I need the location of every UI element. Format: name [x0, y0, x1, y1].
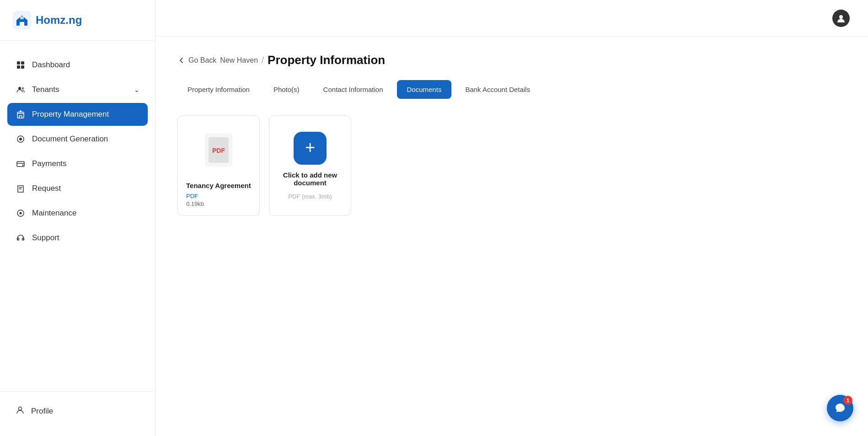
- wallet-icon: [16, 159, 26, 169]
- dashboard-label: Dashboard: [32, 60, 70, 70]
- logo-icon: [13, 11, 31, 29]
- support-label: Support: [32, 233, 59, 242]
- building-icon: [16, 109, 26, 119]
- breadcrumb-city: New Haven: [220, 56, 258, 65]
- user-avatar[interactable]: [832, 10, 850, 27]
- main-content: Go Back New Haven / Property Information…: [155, 0, 868, 436]
- sidebar-item-dashboard[interactable]: Dashboard: [7, 54, 148, 76]
- sidebar-item-document-generation[interactable]: Document Generation: [7, 128, 148, 151]
- document-card[interactable]: PDF Tenancy Agreement PDF 0.19kb: [177, 115, 260, 216]
- svg-rect-4: [17, 65, 20, 69]
- add-document-label: Click to add new document: [278, 171, 343, 187]
- svg-rect-1: [20, 16, 24, 19]
- tab-property-information[interactable]: Property Information: [177, 80, 260, 99]
- svg-point-19: [839, 15, 843, 19]
- svg-point-6: [18, 87, 21, 90]
- payments-label: Payments: [32, 159, 67, 168]
- tabs: Property Information Photo(s) Contact In…: [177, 80, 846, 99]
- sidebar-item-profile[interactable]: Profile: [7, 399, 148, 423]
- svg-point-13: [22, 165, 24, 166]
- maintenance-icon: [16, 208, 26, 218]
- svg-point-9: [20, 110, 21, 112]
- svg-point-11: [19, 138, 22, 140]
- add-document-card[interactable]: + Click to add new document PDF (max. 3m…: [269, 115, 351, 216]
- content-area: Go Back New Haven / Property Information…: [155, 37, 868, 436]
- property-management-label: Property Management: [32, 110, 109, 119]
- request-icon: [16, 183, 26, 194]
- document-size: 0.19kb: [186, 200, 251, 207]
- document-generation-label: Document Generation: [32, 135, 108, 144]
- svg-rect-3: [21, 61, 24, 65]
- breadcrumb-current: Property Information: [268, 53, 385, 67]
- tab-documents[interactable]: Documents: [397, 80, 452, 99]
- tab-photos[interactable]: Photo(s): [263, 80, 310, 99]
- document-name: Tenancy Agreement: [186, 181, 251, 190]
- svg-text:PDF: PDF: [212, 147, 225, 154]
- svg-rect-2: [17, 61, 20, 65]
- add-document-sub: PDF (max. 3mb): [288, 193, 332, 200]
- svg-point-15: [20, 212, 22, 215]
- maintenance-label: Maintenance: [32, 209, 76, 218]
- documents-grid: PDF Tenancy Agreement PDF 0.19kb + Click…: [177, 115, 846, 216]
- go-back-label: Go Back: [188, 56, 216, 65]
- svg-rect-5: [21, 65, 24, 69]
- chat-fab[interactable]: 1: [827, 395, 853, 421]
- document-type: PDF: [186, 193, 251, 199]
- sidebar: Homz.ng Dashboard Tenants ⌄ Property Man…: [0, 0, 155, 436]
- tenants-label: Tenants: [32, 85, 59, 94]
- pdf-file-icon: PDF: [205, 134, 232, 167]
- breadcrumb-separator: /: [262, 55, 264, 65]
- sidebar-item-request[interactable]: Request: [7, 177, 148, 200]
- svg-rect-8: [17, 112, 24, 118]
- svg-point-17: [22, 238, 24, 240]
- topbar: [155, 0, 868, 37]
- profile-icon: [16, 405, 25, 417]
- document-gen-icon: [16, 134, 26, 144]
- svg-point-7: [22, 87, 24, 90]
- chat-badge: 1: [843, 396, 852, 405]
- tab-contact-information[interactable]: Contact Information: [313, 80, 393, 99]
- sidebar-item-property-management[interactable]: Property Management: [7, 103, 148, 126]
- chevron-down-icon: ⌄: [134, 86, 139, 93]
- support-icon: [16, 233, 26, 243]
- brand-name: Homz.ng: [36, 14, 82, 27]
- plus-icon: +: [305, 139, 315, 156]
- profile-label: Profile: [31, 407, 53, 416]
- grid-icon: [16, 60, 26, 70]
- sidebar-item-tenants[interactable]: Tenants ⌄: [7, 78, 148, 101]
- svg-point-18: [19, 407, 22, 410]
- sidebar-nav: Dashboard Tenants ⌄ Property Management …: [0, 41, 155, 391]
- breadcrumb: Go Back New Haven / Property Information: [177, 53, 846, 67]
- tab-bank-account-details[interactable]: Bank Account Details: [455, 80, 540, 99]
- request-label: Request: [32, 184, 61, 193]
- sidebar-item-payments[interactable]: Payments: [7, 152, 148, 175]
- sidebar-item-maintenance[interactable]: Maintenance: [7, 202, 148, 225]
- svg-point-16: [17, 238, 19, 240]
- sidebar-bottom: Profile: [0, 391, 155, 436]
- go-back-button[interactable]: Go Back: [177, 56, 216, 65]
- logo[interactable]: Homz.ng: [0, 0, 155, 41]
- doc-icon-area: PDF: [186, 125, 251, 176]
- sidebar-item-support[interactable]: Support: [7, 226, 148, 249]
- users-icon: [16, 85, 26, 95]
- add-document-button[interactable]: +: [294, 132, 327, 165]
